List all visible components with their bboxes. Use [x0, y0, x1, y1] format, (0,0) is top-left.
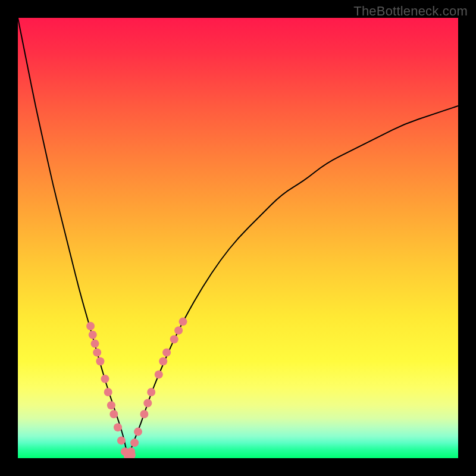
sample-marker: [104, 388, 112, 396]
bottleneck-curve: [18, 18, 458, 454]
sample-marker: [179, 318, 187, 326]
sample-marker: [140, 410, 148, 418]
sample-marker: [86, 322, 95, 330]
sample-marker: [107, 401, 115, 409]
sample-marker: [89, 331, 97, 339]
sample-marker: [96, 357, 104, 365]
sample-marker: [114, 423, 122, 431]
plot-area: [18, 18, 458, 458]
sample-marker: [143, 399, 152, 408]
watermark-label: TheBottleneck.com: [353, 4, 468, 19]
sample-markers: [86, 318, 187, 458]
curve-layer: [18, 18, 458, 458]
sample-marker: [101, 375, 109, 383]
sample-marker: [93, 348, 101, 356]
sample-marker: [174, 326, 183, 334]
sample-marker: [147, 388, 155, 396]
sample-marker: [109, 410, 118, 418]
sample-marker: [91, 340, 99, 348]
sample-marker: [162, 348, 171, 356]
sample-marker: [117, 436, 126, 444]
sample-marker: [170, 335, 178, 343]
sample-marker: [134, 428, 142, 436]
sample-marker: [155, 370, 163, 378]
sample-marker: [159, 357, 167, 365]
sample-marker: [130, 439, 139, 447]
chart-frame: TheBottleneck.com: [0, 0, 476, 476]
